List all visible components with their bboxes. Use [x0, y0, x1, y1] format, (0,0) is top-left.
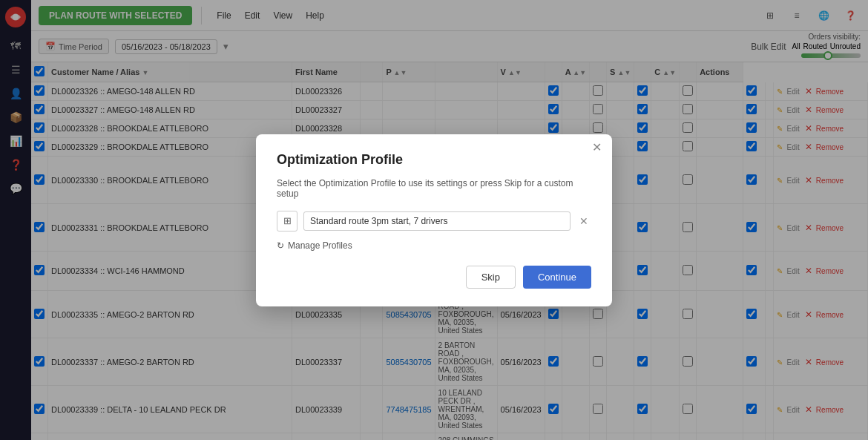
modal-close-button[interactable]: ✕: [592, 142, 602, 154]
manage-profiles-link[interactable]: ↻ Manage Profiles: [277, 240, 591, 251]
profile-input-row: ⊞ ✕: [277, 211, 591, 232]
continue-button[interactable]: Continue: [523, 266, 591, 289]
profile-input[interactable]: [303, 211, 571, 231]
profile-icon: ⊞: [277, 211, 297, 232]
modal-description: Select the Optimization Profile to use i…: [277, 178, 591, 199]
profile-clear-button[interactable]: ✕: [576, 215, 591, 227]
modal-title: Optimization Profile: [277, 152, 591, 168]
refresh-icon: ↻: [277, 240, 284, 251]
skip-button[interactable]: Skip: [466, 266, 516, 289]
modal-actions: Skip Continue: [277, 266, 591, 289]
modal-overlay: ✕ Optimization Profile Select the Optimi…: [0, 0, 868, 440]
optimization-profile-modal: ✕ Optimization Profile Select the Optimi…: [256, 134, 612, 306]
